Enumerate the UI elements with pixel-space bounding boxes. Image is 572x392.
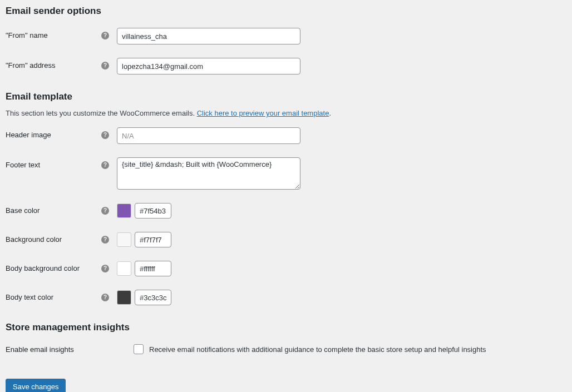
background-color-row: Background color ? [6,232,566,247]
header-image-input[interactable] [117,127,300,144]
enable-insights-text: Receive email notifications with additio… [149,345,486,354]
body-bg-color-input[interactable] [135,261,171,276]
footer-text-input[interactable] [117,157,300,190]
footer-text-label: Footer text [6,161,40,169]
insights-heading: Store management insights [6,322,566,333]
help-icon[interactable]: ? [101,32,109,39]
from-name-row: "From" name ? [6,28,566,44]
from-name-label: "From" name [6,31,48,39]
from-name-input[interactable] [117,28,300,44]
background-color-swatch[interactable] [117,232,131,247]
body-bg-color-label: Body background color [6,264,80,272]
help-icon[interactable]: ? [101,294,109,301]
help-icon[interactable]: ? [101,161,109,169]
enable-insights-checkbox[interactable] [134,344,144,354]
body-text-color-input[interactable] [135,290,171,305]
template-desc-suffix: . [329,109,331,117]
body-bg-color-row: Body background color ? [6,261,566,276]
from-address-label: "From" address [6,61,55,70]
base-color-row: Base color ? [6,203,566,219]
background-color-label: Background color [6,235,62,244]
from-address-row: "From" address ? [6,58,566,75]
save-button[interactable]: Save changes [6,379,66,392]
header-image-row: Header image ? [6,127,566,144]
background-color-input[interactable] [135,232,171,247]
email-template-heading: Email template [6,91,566,102]
help-icon[interactable]: ? [101,207,109,215]
template-desc-prefix: This section lets you customize the WooC… [6,109,197,117]
help-icon[interactable]: ? [101,62,109,70]
enable-insights-label: Enable email insights [6,345,74,354]
preview-template-link[interactable]: Click here to preview your email templat… [197,109,329,117]
help-icon[interactable]: ? [101,131,109,139]
body-bg-color-swatch[interactable] [117,261,131,276]
body-text-color-swatch[interactable] [117,290,131,305]
email-sender-heading: Email sender options [6,6,566,17]
help-icon[interactable]: ? [101,265,109,272]
base-color-label: Base color [6,206,40,215]
header-image-label: Header image [6,131,51,139]
enable-insights-row: Enable email insights Receive email noti… [6,344,566,354]
body-text-color-row: Body text color ? [6,290,566,305]
base-color-input[interactable] [135,203,171,219]
body-text-color-label: Body text color [6,293,53,301]
footer-text-row: Footer text ? [6,157,566,190]
base-color-swatch[interactable] [117,204,131,218]
from-address-input[interactable] [117,58,300,75]
help-icon[interactable]: ? [101,236,109,244]
template-description: This section lets you customize the WooC… [6,109,566,117]
